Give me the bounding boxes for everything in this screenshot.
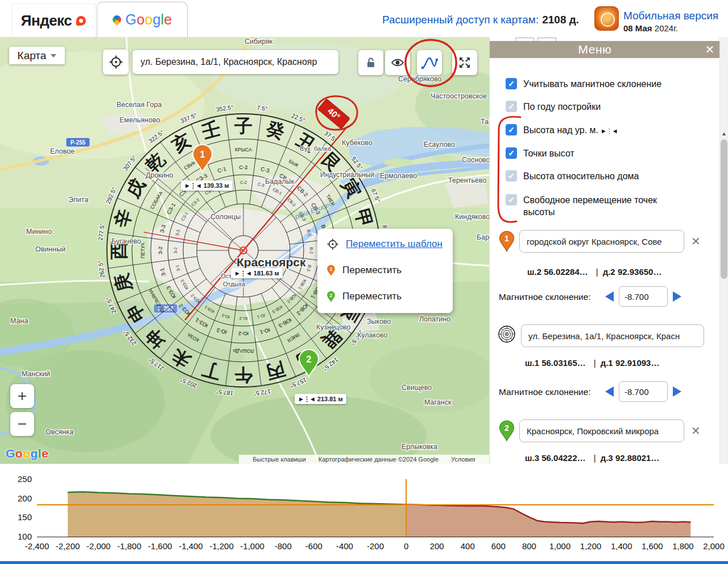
x-tick-label: 1,600 — [642, 541, 663, 551]
bottom-edge-bar — [0, 561, 728, 564]
map-search-input[interactable] — [133, 50, 338, 74]
visibility-button[interactable] — [385, 50, 410, 75]
x-tick-label: -1,800 — [117, 541, 142, 551]
template-declination-control: -8.700 — [605, 381, 681, 402]
map-place-label: Ермолаево — [380, 172, 417, 180]
scrollbar-thumb[interactable] — [721, 139, 727, 279]
point-2-address-input[interactable]: Красноярск, Покровский микрора — [519, 419, 684, 442]
fullscreen-button[interactable] — [452, 50, 477, 75]
checkbox-row-height-points[interactable]: Точки высот — [506, 147, 710, 159]
elevation-profile-button[interactable] — [417, 50, 442, 75]
checkbox-row-free-move-points[interactable]: Свободное перемещение точек высоты — [506, 194, 710, 218]
arrow-left-button[interactable] — [605, 386, 614, 397]
lock-template-button[interactable] — [358, 50, 383, 75]
point-1-address-input[interactable]: городской округ Красноярск, Сове — [519, 230, 684, 253]
y-tick-label: 150 — [18, 512, 32, 522]
extended-access-link[interactable]: Расширенный доступ к картам: — [382, 14, 539, 26]
svg-text:2: 2 — [330, 292, 333, 298]
map-place-label: Кузнецово — [316, 323, 351, 331]
map-place-label: Кубеково — [342, 139, 373, 147]
menu-item-move-marker-1[interactable]: 1 Переместить — [317, 257, 453, 283]
elevation-chip-marker-1: ►⋮◄ 139.33 м — [181, 180, 233, 191]
map-canvas[interactable]: Р-255Р-257река Енисей子癸丑艮寅甲卯乙辰巽巳丙午丁未坤申庚酉… — [0, 37, 489, 464]
move-template-link[interactable]: Переместить шаблон — [346, 238, 442, 250]
x-tick-label: -2,000 — [86, 541, 111, 551]
svg-text:В-2: В-2 — [309, 247, 314, 254]
checkbox[interactable] — [506, 170, 517, 182]
elevation-value: 139.33 м — [204, 182, 229, 189]
scroll-up-icon[interactable]: ▲ — [719, 129, 728, 138]
map-place-label: Емельяново — [119, 116, 160, 124]
remove-point-2-button[interactable]: ✕ — [691, 424, 701, 438]
checkbox[interactable] — [506, 194, 517, 205]
svg-text:С-2: С-2 — [239, 164, 247, 170]
map-place-label: Бархатово — [477, 233, 489, 241]
eye-icon — [390, 55, 405, 70]
x-tick-label: -600 — [305, 541, 322, 551]
x-tick-label: 400 — [461, 541, 475, 551]
svg-text:ЛОШАДЬ: ЛОШАДЬ — [233, 348, 254, 354]
elevation-chip-marker-2: ►⋮◄ 213.81 м — [295, 394, 346, 404]
checkbox-row-altitude[interactable]: Высота над ур. м.►⋮◄ — [506, 124, 710, 137]
map-place-label: Серебряково — [398, 75, 442, 83]
svg-text:Ю-2: Ю-2 — [239, 316, 247, 321]
checkbox-row-build-year[interactable]: По году постройки — [506, 101, 710, 113]
map-place-label: Отдыха — [223, 281, 246, 287]
template-address-input[interactable]: ул. Березина, 1а/1, Красноярск, Красн — [521, 324, 704, 347]
menu-item-move-marker-2[interactable]: 2 Переместить — [317, 283, 453, 310]
svg-text:Ю-2: Ю-2 — [238, 331, 249, 337]
x-tick-label: 0 — [404, 541, 408, 551]
map-place-label: Зыково — [367, 318, 391, 326]
x-tick-label: -2,400 — [25, 541, 49, 551]
x-tick-label: -800 — [275, 541, 292, 551]
extended-access: Расширенный доступ к картам:2108 д. — [382, 14, 579, 26]
checkbox[interactable] — [506, 101, 517, 112]
svg-text:З-2: З-2 — [157, 246, 163, 254]
checkbox-row-declination[interactable]: Учитывать магнитное склонение — [506, 78, 710, 90]
checkbox[interactable] — [506, 124, 517, 135]
checkbox[interactable] — [506, 78, 517, 89]
map-layer-button[interactable]: Карта — [9, 47, 65, 64]
shortcuts-link[interactable]: Быстрые клавиши — [253, 456, 306, 463]
zoom-out-button[interactable]: − — [10, 412, 34, 436]
declination-value[interactable]: -8.700 — [619, 286, 668, 307]
date-day: 08 Мая — [623, 23, 652, 33]
checkbox[interactable] — [506, 147, 517, 159]
map-place-label: Элита — [68, 196, 88, 204]
mobile-version-link[interactable]: Мобильная версия — [623, 10, 718, 22]
map-place-label: Сосновоборск — [462, 156, 489, 164]
marker-2-icon: 2 — [499, 419, 515, 443]
x-tick-label: 1,400 — [611, 541, 632, 551]
remove-point-1-button[interactable]: ✕ — [691, 234, 701, 248]
minus-icon: − — [18, 415, 27, 433]
declination-value[interactable]: -8.700 — [619, 381, 668, 402]
elevation-value: 181.63 м — [254, 270, 279, 277]
svg-text:子: 子 — [234, 115, 253, 137]
tab-google-maps[interactable]: Google — [97, 2, 188, 37]
elevation-value: 213.81 м — [317, 396, 343, 402]
map-place-label: Солонцы — [210, 213, 241, 221]
zoom-in-button[interactable]: + — [10, 384, 34, 408]
map-place-label: Свищево — [402, 384, 432, 392]
yandex-logo: Яндекс — [21, 12, 72, 30]
arrow-right-button[interactable] — [673, 386, 681, 397]
arrow-right-button[interactable] — [673, 291, 681, 302]
close-icon[interactable]: ✕ — [700, 43, 719, 56]
locate-template-button[interactable] — [103, 50, 129, 75]
x-tick-label: -1,600 — [148, 541, 172, 551]
checkbox-row-height-rel-house[interactable]: Высота относительно дома — [506, 170, 710, 182]
terms-link[interactable]: Условия — [451, 456, 475, 463]
x-tick-label: -1,000 — [240, 541, 264, 551]
svg-text:1: 1 — [504, 234, 509, 243]
yandex-pin-icon — [76, 16, 86, 26]
svg-text:Р-255: Р-255 — [71, 139, 86, 146]
tab-yandex-maps[interactable]: Яндекс — [11, 3, 96, 37]
mobile-version-icon[interactable] — [594, 6, 619, 31]
google-watermark: Google — [6, 447, 48, 460]
arrow-left-button[interactable] — [605, 291, 614, 302]
road-badge: Р-255 — [66, 138, 90, 147]
map-place-label: Веселая Гора — [117, 101, 162, 109]
x-tick-label: 1,000 — [549, 541, 571, 551]
x-tick-label: -400 — [336, 541, 353, 551]
menu-item-move-template[interactable]: Переместить шаблон — [317, 231, 453, 257]
